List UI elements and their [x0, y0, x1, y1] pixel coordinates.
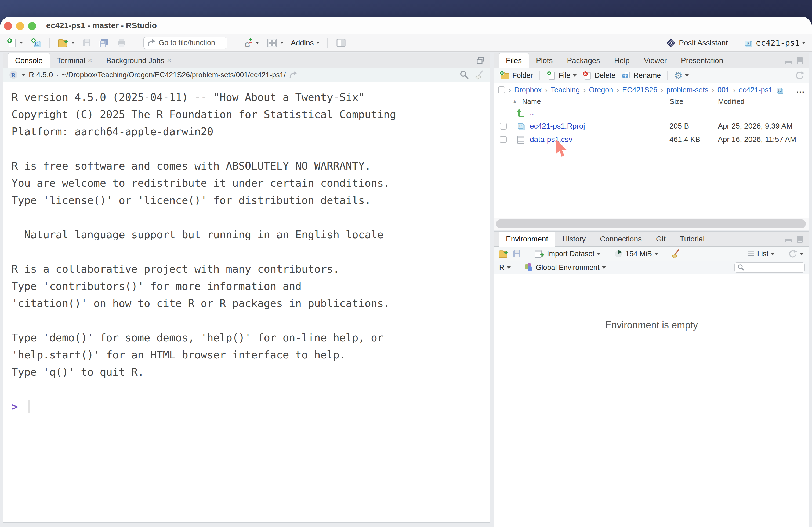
column-header-modified[interactable]: Modified	[714, 97, 809, 106]
working-directory-path[interactable]: ~/Dropbox/Teaching/Oregon/EC421S26/probl…	[62, 71, 286, 79]
new-project-button[interactable]: R	[28, 36, 44, 50]
toolbar-separator	[607, 249, 607, 259]
version-control-button[interactable]: G	[242, 36, 261, 50]
minimize-pane-icon[interactable]	[784, 56, 793, 65]
goto-directory-icon[interactable]	[289, 71, 298, 79]
global-environment-label: Global Environment	[536, 264, 599, 272]
console-body[interactable]: R version 4.5.0 (2025-04-11) -- "How Abo…	[3, 82, 490, 422]
global-environment-selector[interactable]: Global Environment	[523, 262, 607, 273]
console-tabstrip: Console Terminal × Background Jobs ×	[3, 53, 490, 68]
clear-console-broom-icon[interactable]	[474, 70, 485, 80]
language-selector-button[interactable]: R	[498, 263, 512, 272]
tab-connections[interactable]: Connections	[593, 231, 649, 246]
file-checkbox[interactable]	[500, 123, 507, 130]
import-dataset-button[interactable]: Import Dataset	[533, 249, 602, 259]
delete-file-button[interactable]: Delete	[581, 70, 617, 81]
breadcrumb-oregon[interactable]: Oregon	[589, 86, 613, 94]
breadcrumb-problem-sets[interactable]: problem-sets	[666, 86, 708, 94]
goto-file-function-box[interactable]	[143, 37, 227, 49]
project-selector-button[interactable]: R ec421-ps1	[741, 36, 807, 49]
workspace-panes-button[interactable]	[264, 36, 286, 50]
save-button[interactable]	[80, 37, 93, 49]
print-icon	[116, 37, 127, 48]
breadcrumb-more-button[interactable]: ...	[796, 85, 805, 94]
posit-assistant-label: Posit Assistant	[679, 39, 728, 47]
tab-console[interactable]: Console	[8, 53, 50, 68]
posit-assistant-button[interactable]: Posit Assistant	[663, 36, 729, 50]
zoom-window-button[interactable]	[28, 22, 36, 30]
save-workspace-icon[interactable]	[512, 249, 522, 259]
pane-layout-button[interactable]	[334, 36, 349, 50]
file-modified-cell: Apr 25, 2026, 9:39 AM	[714, 119, 809, 133]
tab-packages[interactable]: Packages	[560, 53, 607, 68]
load-workspace-folder-icon[interactable]	[498, 249, 509, 259]
environment-search-input[interactable]	[747, 264, 801, 272]
toolbar-separator	[236, 38, 236, 48]
environment-search-box[interactable]	[735, 262, 805, 273]
tab-tutorial[interactable]: Tutorial	[673, 231, 712, 246]
file-row-parent[interactable]: ..	[494, 106, 809, 119]
dropdown-caret-icon	[602, 267, 606, 269]
dropdown-caret-icon	[573, 74, 577, 77]
breadcrumb-dropbox[interactable]: Dropbox	[514, 86, 541, 94]
chevron-icon: ›	[661, 85, 663, 94]
horizontal-scrollbar[interactable]	[496, 220, 806, 228]
column-header-name[interactable]: ▲ Name	[512, 97, 666, 106]
environment-view-mode-button[interactable]: List	[746, 249, 776, 259]
memory-usage-button[interactable]: 154 MiB	[613, 249, 659, 259]
clear-environment-broom-icon[interactable]	[670, 249, 681, 259]
tab-git[interactable]: Git	[649, 231, 673, 246]
workspace-content: Console Terminal × Background Jobs ×	[0, 51, 812, 527]
tab-presentation[interactable]: Presentation	[674, 53, 730, 68]
breadcrumb-ec421s26[interactable]: EC421S26	[622, 86, 657, 94]
refresh-environment-button[interactable]	[787, 249, 805, 259]
print-button[interactable]	[115, 36, 129, 49]
new-file-blank-button[interactable]: File	[545, 70, 578, 81]
file-row-csv[interactable]: data-ps1.csv 461.4 KB Apr 16, 2026, 11:5…	[494, 133, 809, 146]
memory-pie-icon	[614, 249, 623, 258]
tab-history[interactable]: History	[555, 231, 593, 246]
dropdown-caret-icon	[771, 253, 775, 255]
breadcrumb-001[interactable]: 001	[717, 86, 729, 94]
tab-console-label: Console	[15, 56, 43, 65]
close-window-button[interactable]	[4, 22, 12, 30]
console-prompt-row[interactable]: >	[12, 398, 481, 415]
tab-help[interactable]: Help	[607, 53, 637, 68]
r-version-icon[interactable]: R	[8, 70, 18, 80]
breadcrumb-teaching[interactable]: Teaching	[551, 86, 580, 94]
file-checkbox[interactable]	[500, 136, 507, 143]
close-tab-icon[interactable]: ×	[167, 56, 171, 65]
rename-file-button[interactable]: Rename	[620, 70, 662, 81]
tab-terminal[interactable]: Terminal ×	[50, 53, 99, 68]
tab-plots[interactable]: Plots	[529, 53, 560, 68]
rename-icon	[621, 70, 631, 80]
new-folder-label: Folder	[512, 71, 533, 80]
column-header-size[interactable]: Size	[666, 97, 714, 106]
minimize-window-button[interactable]	[16, 22, 24, 30]
files-more-options-button[interactable]: ⚙	[673, 70, 690, 81]
file-link-rproj[interactable]: ec421-ps1.Rproj	[530, 122, 585, 131]
breadcrumb-ec421-ps1[interactable]: ec421-ps1	[739, 86, 772, 94]
search-icon[interactable]	[460, 70, 469, 80]
tab-viewer[interactable]: Viewer	[637, 53, 674, 68]
dropdown-caret-icon[interactable]	[22, 74, 26, 76]
toolbar-separator	[527, 249, 527, 259]
new-folder-button[interactable]: Folder	[498, 70, 534, 81]
maximize-pane-icon[interactable]	[476, 56, 485, 65]
select-all-checkbox[interactable]	[498, 86, 505, 93]
minimize-pane-icon[interactable]	[784, 235, 793, 243]
maximize-pane-icon[interactable]	[796, 56, 804, 65]
tab-environment[interactable]: Environment	[499, 231, 555, 246]
new-file-button[interactable]	[5, 36, 25, 49]
open-file-button[interactable]	[56, 36, 76, 49]
tab-background-jobs[interactable]: Background Jobs ×	[99, 53, 178, 68]
addins-button[interactable]: Addins	[289, 37, 321, 48]
file-row-rproj[interactable]: R ec421-ps1.Rproj 205 B Apr 25, 2026, 9:…	[494, 119, 809, 133]
tab-files[interactable]: Files	[499, 53, 529, 68]
close-tab-icon[interactable]: ×	[88, 56, 92, 65]
save-all-button[interactable]	[97, 36, 111, 49]
maximize-pane-icon[interactable]	[796, 235, 804, 243]
refresh-icon[interactable]	[795, 70, 805, 80]
parent-directory-link[interactable]: ..	[530, 108, 534, 117]
goto-file-function-input[interactable]	[159, 39, 220, 47]
